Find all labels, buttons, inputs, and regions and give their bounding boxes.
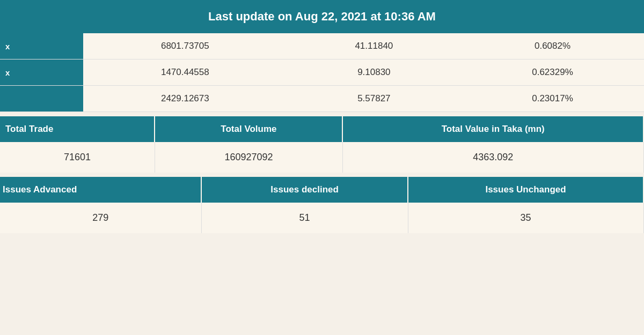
summary-header-row: Total Trade Total Volume Total Value in …: [0, 116, 643, 142]
index-label-2: [0, 86, 83, 112]
index-row-2: 2429.12673 5.57827 0.23017%: [0, 86, 644, 112]
header-bar: Last update on Aug 22, 2021 at 10:36 AM: [0, 0, 644, 33]
index-row-0: x 6801.73705 41.11840 0.6082%: [0, 33, 644, 59]
main-container: Last update on Aug 22, 2021 at 10:36 AM …: [0, 0, 644, 335]
summary-table: Total Trade Total Volume Total Value in …: [0, 116, 644, 173]
index-table: x 6801.73705 41.11840 0.6082% x 1470.445…: [0, 33, 644, 112]
issues-col-header-declined: Issues declined: [201, 177, 408, 203]
summary-data-row: 71601 160927092 4363.092: [0, 142, 643, 173]
issues-table: Issues Advanced Issues declined Issues U…: [0, 177, 644, 233]
divider-2: [0, 173, 644, 177]
index-value1-1: 1470.44558: [83, 59, 287, 86]
issues-data-row: 279 51 35: [0, 203, 643, 233]
index-label-1: x: [0, 59, 83, 86]
index-value2-1: 9.10830: [287, 59, 461, 86]
divider-1: [0, 112, 644, 116]
summary-total-trade: 71601: [0, 142, 155, 173]
index-value3-0: 0.6082%: [461, 33, 644, 59]
summary-total-value: 4363.092: [342, 142, 643, 173]
issues-header-row: Issues Advanced Issues declined Issues U…: [0, 177, 643, 203]
issues-unchanged-value: 35: [408, 203, 643, 233]
index-value1-2: 2429.12673: [83, 86, 287, 112]
last-update-text: Last update on Aug 22, 2021 at 10:36 AM: [208, 10, 436, 23]
issues-col-header-advanced: Issues Advanced: [0, 177, 201, 203]
issues-declined-value: 51: [201, 203, 408, 233]
index-value1-0: 6801.73705: [83, 33, 287, 59]
index-value2-0: 41.11840: [287, 33, 461, 59]
issues-advanced-value: 279: [0, 203, 201, 233]
summary-col-header-volume: Total Volume: [155, 116, 342, 142]
summary-col-header-trade: Total Trade: [0, 116, 155, 142]
summary-col-header-value: Total Value in Taka (mn): [342, 116, 643, 142]
index-row-1: x 1470.44558 9.10830 0.62329%: [0, 59, 644, 86]
index-label-0: x: [0, 33, 83, 59]
index-value2-2: 5.57827: [287, 86, 461, 112]
issues-col-header-unchanged: Issues Unchanged: [408, 177, 643, 203]
index-value3-2: 0.23017%: [461, 86, 644, 112]
index-value3-1: 0.62329%: [461, 59, 644, 86]
summary-total-volume: 160927092: [155, 142, 342, 173]
